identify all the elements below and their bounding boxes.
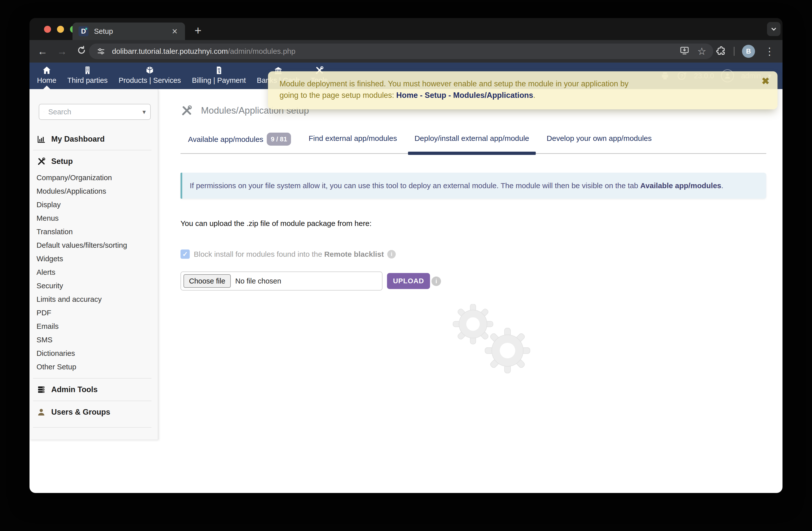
nav-item-products-services[interactable]: Products | Services (113, 62, 187, 89)
search-icon (44, 108, 44, 116)
browser-tab[interactable]: D Setup × (72, 23, 185, 40)
nav-item-third-parties[interactable]: Third parties (62, 62, 113, 89)
file-input-status: No file chosen (235, 277, 281, 285)
sidebar-item-dictionaries[interactable]: Dictionaries (29, 347, 158, 360)
module-count-badge: 9 / 81 (267, 132, 291, 145)
sidebar-item-setup[interactable]: Setup (37, 154, 158, 169)
dolibarr-page: Home Third parties Products | Services $… (29, 62, 783, 493)
upload-info-icon[interactable]: i (432, 277, 441, 286)
sidebar-item-admin-tools[interactable]: Admin Tools (37, 382, 158, 397)
tab-available-app-modules[interactable]: Available app/modules9 / 81 (188, 132, 291, 145)
new-tab-button[interactable]: + (194, 25, 202, 37)
browser-toolbar: ← → dolibarr.tutorial.taler.potuzhnyi.co… (29, 40, 783, 62)
users-icon (37, 408, 46, 417)
traffic-lights (44, 26, 77, 33)
macos-minimize-button[interactable] (57, 26, 64, 33)
toolbar-right-cluster: B ⋮ (715, 40, 777, 62)
nav-item-billing-payment[interactable]: $ Billing | Payment (187, 62, 251, 89)
sidebar-item-emails[interactable]: Emails (29, 320, 158, 333)
upload-instructions: You can upload the .zip file of module p… (180, 219, 372, 228)
notification-line2: going to the page setup modules: Home - … (279, 89, 740, 101)
blacklist-info-icon[interactable]: i (387, 250, 396, 258)
extensions-icon[interactable] (715, 45, 726, 57)
choose-file-button[interactable]: Choose file (184, 274, 231, 288)
gears-watermark (435, 304, 543, 377)
browser-profile-avatar[interactable]: B (742, 45, 755, 58)
sidebar-item-pdf[interactable]: PDF (29, 306, 158, 320)
sidebar-item-users-groups[interactable]: Users & Groups (37, 405, 158, 420)
install-app-icon[interactable] (679, 45, 690, 57)
sidebar-item-translation[interactable]: Translation (29, 225, 158, 238)
sidebar-item-sms[interactable]: SMS (29, 333, 158, 347)
browser-window: D Setup × + ← → dolibarr.tutorial.taler.… (29, 18, 783, 493)
chevron-down-icon (769, 25, 778, 33)
bookmark-star-icon[interactable]: ☆ (697, 46, 706, 56)
browser-tab-strip: D Setup × + (29, 18, 783, 40)
server-icon (37, 385, 46, 394)
sidebar-divider (33, 401, 151, 401)
url-path: /admin/modules.php (228, 47, 295, 55)
url-text[interactable]: dolibarr.tutorial.taler.potuzhnyi.com/ad… (112, 47, 672, 56)
setup-menu-list: Company/Organization Modules/Application… (29, 171, 158, 374)
forward-button[interactable]: → (56, 46, 69, 57)
sidebar-search[interactable]: ▾ (39, 104, 151, 120)
sidebar-item-default-values[interactable]: Default values/filters/sorting (29, 238, 158, 252)
sidebar-divider (33, 150, 151, 150)
sidebar-divider (33, 378, 151, 379)
sidebar-item-alerts[interactable]: Alerts (29, 266, 158, 279)
browser-menu-icon[interactable]: ⋮ (763, 45, 777, 57)
tab-title: Setup (94, 27, 171, 36)
site-settings-icon[interactable] (96, 46, 106, 56)
module-tabs: Available app/modules9 / 81 Find externa… (180, 132, 766, 154)
sidebar-item-my-dashboard[interactable]: My Dashboard (37, 131, 158, 147)
setup-tools-icon (37, 157, 46, 166)
tab-close-icon[interactable]: × (171, 27, 179, 36)
upload-button[interactable]: UPLOAD (387, 273, 430, 289)
notification-line1: Module deployment is finished. You must … (279, 78, 740, 89)
reload-button[interactable] (75, 45, 88, 58)
tab-deploy-install-external[interactable]: Deploy/install external app/module (415, 132, 529, 145)
back-button[interactable]: ← (36, 46, 49, 57)
sidebar-item-other-setup[interactable]: Other Setup (29, 360, 158, 374)
url-domain: dolibarr.tutorial.taler.potuzhnyi.com (112, 47, 228, 55)
home-icon (42, 66, 52, 75)
sidebar-item-company-organization[interactable]: Company/Organization (29, 171, 158, 184)
search-caret-icon[interactable]: ▾ (143, 108, 146, 116)
blacklist-label: Block install for modules found into the… (194, 250, 384, 258)
blacklist-checkbox[interactable]: ✓ (180, 250, 190, 259)
search-input[interactable] (48, 108, 143, 116)
billing-icon: $ (214, 66, 224, 75)
svg-text:$: $ (218, 70, 220, 74)
sidebar-item-menus[interactable]: Menus (29, 211, 158, 225)
third-parties-icon (83, 66, 92, 75)
sidebar-item-security[interactable]: Security (29, 279, 158, 293)
deployment-notification: Module deployment is finished. You must … (268, 71, 778, 109)
url-bar[interactable]: dolibarr.tutorial.taler.potuzhnyi.com/ad… (89, 44, 713, 59)
sidebar-item-display[interactable]: Display (29, 198, 158, 211)
dolibarr-favicon: D (78, 26, 88, 36)
tab-find-external-app-modules[interactable]: Find external app/modules (308, 132, 397, 145)
nav-item-home[interactable]: Home (31, 62, 62, 89)
blacklist-option-row: ✓ Block install for modules found into t… (180, 250, 396, 259)
dashboard-chart-icon (37, 135, 46, 144)
sidebar-item-modules-applications[interactable]: Modules/Applications (29, 184, 158, 198)
info-banner: If permissions on your file system allow… (180, 173, 766, 199)
sidebar-divider (33, 427, 151, 428)
macos-close-button[interactable] (44, 26, 51, 33)
setup-modules-link[interactable]: Home - Setup - Modules/Applications (396, 91, 533, 100)
main-content: Modules/Application setup Available app/… (180, 62, 766, 493)
tab-search-button[interactable] (767, 22, 781, 36)
reload-icon (76, 45, 87, 55)
sidebar-item-limits-accuracy[interactable]: Limits and accuracy (29, 293, 158, 306)
notification-close-icon[interactable]: ✖ (762, 75, 769, 87)
toolbar-divider (734, 47, 735, 56)
sidebar: ▾ My Dashboard Setup Company/Organizatio… (29, 89, 158, 439)
file-input[interactable]: Choose file No file chosen (180, 271, 382, 291)
tab-develop-your-own[interactable]: Develop your own app/modules (547, 132, 652, 145)
sidebar-item-widgets[interactable]: Widgets (29, 252, 158, 266)
products-icon (145, 66, 155, 75)
modules-setup-icon (180, 104, 192, 116)
